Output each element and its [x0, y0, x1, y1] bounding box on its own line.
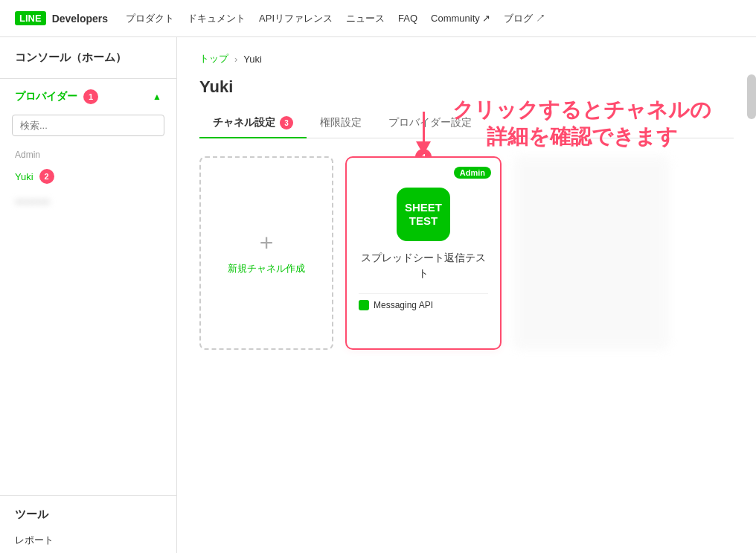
- scrollbar[interactable]: [747, 74, 756, 119]
- plus-icon: +: [260, 231, 274, 255]
- channel-icon: SHEETTEST: [397, 188, 450, 241]
- channel-admin-badge: Admin: [454, 167, 491, 179]
- tab-provider-settings[interactable]: プロバイダー設定: [375, 109, 485, 138]
- channels-grid: + 新規チャネル作成 4 Admin SHEETTEST スプレッドシート返信テ…: [199, 156, 734, 350]
- main-content: トップ › Yuki クリックするとチャネルの 詳細を確認できます Yuki チ…: [177, 37, 756, 553]
- providers-arrow-icon[interactable]: ▲: [153, 92, 161, 102]
- sidebar-providers-label[interactable]: プロバイダー 1: [15, 89, 98, 104]
- new-channel-label: 新規チャネル作成: [228, 262, 305, 275]
- tab-permissions-label: 権限設定: [320, 116, 362, 130]
- channel-card-sheet-test[interactable]: Admin SHEETTEST スプレッドシート返信テスト Messaging …: [345, 156, 502, 350]
- nav-news[interactable]: ニュース: [346, 12, 385, 25]
- channel-card-blurred: [513, 156, 670, 350]
- nav-product[interactable]: プロダクト: [126, 12, 174, 25]
- nav-blog[interactable]: ブログ ↗: [504, 12, 545, 25]
- sidebar-bottom: ツール レポート: [0, 495, 176, 553]
- breadcrumb-separator: ›: [234, 54, 237, 65]
- tab-provider-settings-label: プロバイダー設定: [388, 116, 472, 130]
- dev-logo-text: Developers: [52, 13, 108, 25]
- sidebar: コンソール（ホーム） プロバイダー 1 ▲ Admin Yuki 2 ●●●●●…: [0, 37, 177, 553]
- sidebar-report-item[interactable]: レポート: [0, 528, 176, 553]
- nav-community[interactable]: Community ↗: [431, 13, 490, 24]
- yuki-label: Yuki: [15, 171, 33, 182]
- channel-type-label: Messaging API: [374, 300, 433, 310]
- line-logo: LINE: [15, 11, 46, 25]
- logo: LINE Developers: [15, 11, 108, 25]
- nav-docs[interactable]: ドキュメント: [188, 12, 246, 25]
- admin-label: Admin: [0, 144, 176, 163]
- tab-permissions[interactable]: 権限設定: [307, 109, 375, 138]
- sidebar-search-container: [0, 110, 176, 144]
- providers-text: プロバイダー: [15, 90, 77, 103]
- messaging-api-dot-icon: [359, 300, 369, 310]
- sidebar-blurred-item: ●●●●●●: [0, 190, 176, 213]
- sidebar-console-link[interactable]: コンソール（ホーム）: [0, 37, 176, 79]
- header: LINE Developers プロダクト ドキュメント APIリファレンス ニ…: [0, 0, 756, 37]
- channel-card-wrapper: 4 Admin SHEETTEST スプレッドシート返信テスト Messagin…: [345, 156, 502, 350]
- channel-type: Messaging API: [359, 293, 488, 310]
- sidebar-providers-section: プロバイダー 1 ▲: [0, 79, 176, 110]
- sidebar-tools-label: ツール: [0, 496, 176, 528]
- breadcrumb-current: Yuki: [243, 54, 262, 65]
- tab-channel-badge: 3: [280, 116, 293, 130]
- channel-name: スプレッドシート返信テスト: [359, 250, 488, 281]
- breadcrumb-top[interactable]: トップ: [199, 52, 228, 65]
- nav-faq[interactable]: FAQ: [398, 13, 417, 24]
- page-title: Yuki: [199, 77, 734, 97]
- yuki-badge: 2: [39, 169, 54, 184]
- main-nav: プロダクト ドキュメント APIリファレンス ニュース FAQ Communit…: [126, 12, 741, 25]
- nav-api-ref[interactable]: APIリファレンス: [259, 12, 333, 25]
- sidebar-item-yuki[interactable]: Yuki 2: [0, 163, 176, 190]
- new-channel-card[interactable]: + 新規チャネル作成: [199, 156, 333, 350]
- providers-badge: 1: [83, 89, 98, 104]
- search-input[interactable]: [12, 115, 164, 136]
- main-layout: コンソール（ホーム） プロバイダー 1 ▲ Admin Yuki 2 ●●●●●…: [0, 37, 756, 553]
- breadcrumb: トップ › Yuki: [199, 52, 734, 65]
- tabs-bar: チャネル設定 3 権限設定 プロバイダー設定: [199, 109, 734, 138]
- tab-channel-settings-label: チャネル設定: [213, 116, 275, 130]
- tab-channel-settings[interactable]: チャネル設定 3: [199, 109, 307, 138]
